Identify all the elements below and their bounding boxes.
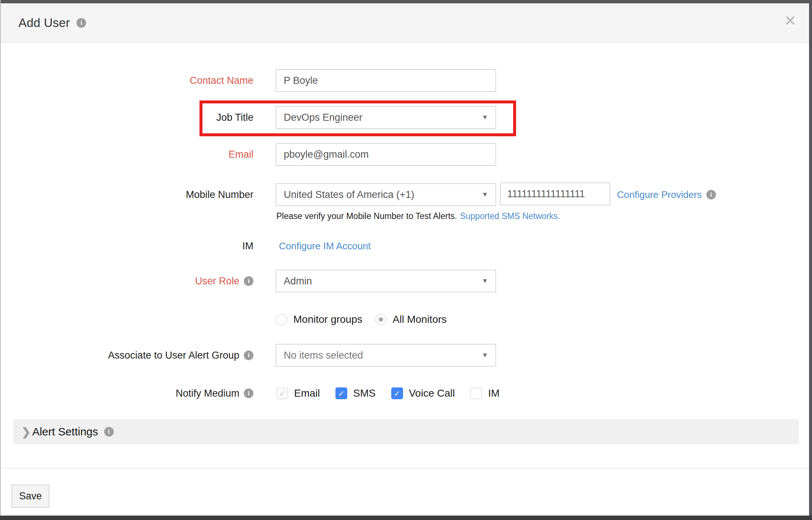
notify-sms-option[interactable]: ✓ SMS (335, 387, 376, 399)
mobile-number-input[interactable]: 1111111111111111 (500, 182, 610, 205)
checkbox-unchecked-icon[interactable] (470, 387, 482, 399)
frame-top-edge (0, 0, 812, 3)
job-title-label: Job Title (0, 106, 253, 129)
mobile-helper-text: Please verify your Mobile Number to Test… (276, 211, 560, 221)
email-label: Email (0, 143, 253, 166)
mobile-number-value: 1111111111111111 (507, 188, 585, 200)
associate-alert-group-value: No items selected (284, 350, 363, 361)
supported-sms-networks-link[interactable]: Supported SMS Networks. (460, 211, 560, 221)
radio-unselected-icon[interactable] (276, 314, 287, 325)
notify-medium-options: ✓ Email ✓ SMS ✓ Voice Call IM (276, 385, 499, 401)
all-monitors-radio[interactable]: All Monitors (375, 314, 447, 325)
country-code-select[interactable]: United States of America (+1) ▼ (276, 183, 496, 206)
notify-im-option[interactable]: IM (470, 387, 499, 399)
associate-alert-group-label: Associate to User Alert Group i (0, 344, 253, 367)
configure-im-account-link[interactable]: Configure IM Account (279, 240, 371, 252)
checkbox-checked-disabled-icon[interactable]: ✓ (276, 387, 288, 399)
notify-im-label: IM (488, 387, 499, 399)
alert-settings-section[interactable]: ❯ Alert Settings i (13, 419, 799, 444)
close-icon[interactable]: ✕ (784, 13, 796, 28)
info-icon[interactable]: i (244, 389, 253, 398)
save-button[interactable]: Save (11, 485, 50, 508)
user-role-label: User Role i (0, 270, 253, 292)
job-title-value: DevOps Engineer (284, 112, 362, 123)
user-role-label-text: User Role (195, 276, 239, 287)
frame-right-edge (809, 0, 812, 520)
user-role-select[interactable]: Admin ▼ (276, 270, 496, 292)
info-icon[interactable]: i (244, 350, 253, 360)
contact-name-label-text: Contact Name (190, 75, 253, 86)
all-monitors-radio-label: All Monitors (393, 314, 447, 325)
frame-bottom-edge (0, 516, 812, 520)
chevron-down-icon: ▼ (482, 352, 488, 359)
email-label-text: Email (228, 149, 253, 160)
contact-name-input[interactable] (276, 69, 496, 92)
notify-email-label: Email (294, 387, 320, 399)
checkbox-checked-icon[interactable]: ✓ (335, 387, 347, 399)
radio-selected-icon[interactable] (375, 314, 387, 325)
modal-header: Add User i (1, 3, 809, 43)
info-icon[interactable]: i (244, 276, 253, 286)
monitor-scope-group: Monitor groups All Monitors (276, 311, 447, 328)
alert-settings-title: Alert Settings (32, 425, 98, 438)
notify-email-option[interactable]: ✓ Email (276, 387, 320, 399)
job-title-select[interactable]: DevOps Engineer ▼ (276, 106, 496, 129)
associate-alert-group-label-text: Associate to User Alert Group (108, 350, 239, 361)
im-label-text: IM (242, 240, 253, 252)
frame-left-edge (0, 0, 1, 520)
info-icon[interactable]: i (706, 190, 716, 199)
notify-medium-label-text: Notify Medium (175, 388, 239, 399)
associate-alert-group-select[interactable]: No items selected ▼ (276, 344, 496, 367)
chevron-down-icon: ▼ (482, 277, 488, 285)
monitor-groups-radio-label: Monitor groups (293, 314, 362, 325)
im-link-wrap: Configure IM Account (279, 235, 371, 257)
configure-providers-row: Configure Providers i (617, 183, 716, 206)
job-title-label-text: Job Title (216, 112, 253, 123)
im-label: IM (0, 235, 253, 257)
notify-voice-call-option[interactable]: ✓ Voice Call (391, 387, 455, 399)
radio-dot (379, 317, 383, 322)
checkbox-checked-icon[interactable]: ✓ (391, 387, 403, 399)
mobile-number-label-text: Mobile Number (186, 189, 253, 201)
contact-name-label: Contact Name (0, 69, 253, 92)
mobile-number-label: Mobile Number (0, 183, 253, 206)
notify-voice-call-label: Voice Call (409, 387, 455, 399)
page-title: Add User (18, 16, 70, 30)
chevron-down-icon: ▼ (482, 114, 488, 121)
info-icon[interactable]: i (76, 18, 86, 28)
chevron-down-icon: ▼ (482, 191, 488, 198)
country-code-value: United States of America (+1) (284, 189, 414, 201)
email-input[interactable] (276, 143, 496, 166)
configure-providers-link[interactable]: Configure Providers (617, 189, 702, 201)
monitor-groups-radio[interactable]: Monitor groups (276, 314, 362, 325)
footer-divider (0, 468, 809, 469)
mobile-helper-static: Please verify your Mobile Number to Test… (276, 211, 457, 221)
user-role-value: Admin (284, 276, 312, 287)
chevron-right-icon: ❯ (21, 425, 31, 438)
info-icon[interactable]: i (104, 427, 114, 437)
notify-sms-label: SMS (353, 387, 376, 399)
notify-medium-label: Notify Medium i (0, 385, 253, 401)
